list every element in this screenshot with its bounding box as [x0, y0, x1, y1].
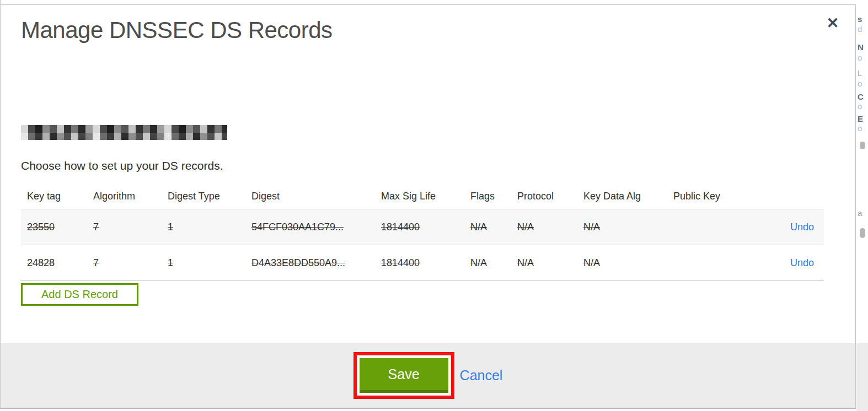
edge-text-fragment: E — [858, 114, 863, 123]
undo-link[interactable]: Undo — [790, 257, 814, 268]
col-header-max-sig-life: Max Sig Life — [375, 191, 464, 202]
cell-key-tag: 24828 — [21, 257, 87, 269]
cell-flags: N/A — [464, 221, 511, 233]
undo-link[interactable]: Undo — [790, 221, 814, 232]
cell-flags: N/A — [464, 257, 511, 269]
cell-digest: D4A33E8DD550A9... — [245, 257, 375, 269]
cell-protocol: N/A — [511, 221, 577, 233]
table-header-row: Key tag Algorithm Digest Type Digest Max… — [21, 184, 824, 209]
modal-border-segment — [0, 0, 1, 4]
edge-text-fragment: C — [858, 92, 864, 101]
cell-digest-type: 1 — [162, 221, 245, 233]
edge-scrollbar-fragment — [860, 228, 865, 238]
redaction-pixels — [21, 125, 227, 133]
cell-algorithm: 7 — [87, 221, 162, 233]
cell-digest: 54FCF030AA1C79... — [245, 221, 375, 233]
annotation-save-highlight: Save — [353, 352, 454, 399]
intro-text: Choose how to set up your DS records. — [21, 159, 223, 172]
edge-text-fragment: o — [858, 101, 862, 111]
manage-dnssec-dialog: Manage DNSSEC DS Records ✕ Choose how to… — [0, 4, 856, 409]
col-header-key-tag: Key tag — [21, 191, 87, 202]
edge-text-fragment: o — [858, 123, 862, 133]
col-header-digest: Digest — [245, 191, 375, 202]
col-header-public-key: Public Key — [667, 191, 781, 202]
edge-scrollbar-fragment — [860, 142, 865, 149]
close-icon[interactable]: ✕ — [823, 14, 842, 33]
cell-key-tag: 23550 — [21, 221, 87, 233]
cell-actions: Undo — [781, 221, 824, 233]
dialog-title: Manage DNSSEC DS Records — [21, 17, 333, 44]
edge-text-fragment: L — [858, 68, 862, 78]
cell-max-sig-life: 1814400 — [375, 257, 464, 269]
cell-max-sig-life: 1814400 — [375, 221, 464, 233]
dialog-footer: Save Cancel — [1, 343, 855, 408]
save-button[interactable]: Save — [360, 358, 448, 393]
add-ds-record-button[interactable]: Add DS Record — [21, 283, 138, 306]
ds-records-table: Key tag Algorithm Digest Type Digest Max… — [21, 184, 824, 281]
edge-text-fragment: a — [858, 208, 862, 218]
col-header-digest-type: Digest Type — [162, 191, 245, 202]
screen: s d N o L o C o E o a Manage DNSSEC DS R… — [0, 0, 868, 411]
cell-digest-type: 1 — [162, 257, 245, 269]
col-header-flags: Flags — [464, 191, 511, 202]
col-header-protocol: Protocol — [511, 191, 577, 202]
edge-text-fragment: N — [858, 42, 864, 52]
table-row: 24828 7 1 D4A33E8DD550A9... 1814400 N/A … — [21, 245, 824, 281]
cell-key-data-alg: N/A — [577, 257, 667, 269]
cell-actions: Undo — [781, 257, 824, 269]
redacted-domain-name — [21, 125, 227, 140]
edge-text-fragment: o — [858, 53, 862, 62]
edge-text-fragment: s — [858, 14, 862, 24]
edge-text-fragment: o — [858, 79, 862, 88]
col-header-algorithm: Algorithm — [87, 191, 162, 202]
cancel-link[interactable]: Cancel — [460, 367, 503, 383]
col-header-key-data-alg: Key Data Alg — [577, 191, 667, 202]
cell-algorithm: 7 — [87, 257, 162, 269]
background-page-edge: s d N o L o C o E o a — [856, 0, 868, 411]
cell-key-data-alg: N/A — [577, 221, 667, 233]
cell-protocol: N/A — [511, 257, 577, 269]
table-row: 23550 7 1 54FCF030AA1C79... 1814400 N/A … — [21, 209, 824, 245]
background-footer-edge — [856, 343, 868, 411]
edge-text-fragment: d — [858, 24, 862, 34]
redaction-pixels — [21, 133, 227, 140]
